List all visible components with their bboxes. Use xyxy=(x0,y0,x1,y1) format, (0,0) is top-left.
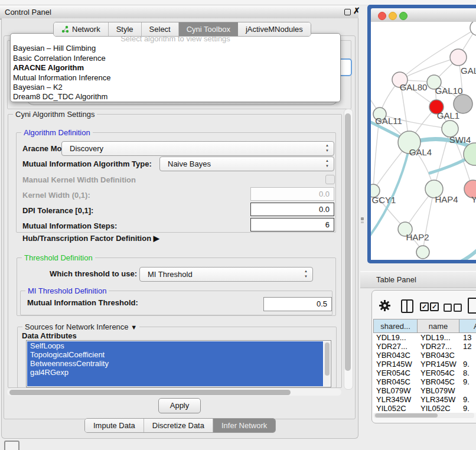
which-threshold-combo[interactable]: MI Threshold ▲▼ xyxy=(139,267,313,282)
scrollbar-thumb[interactable] xyxy=(325,343,330,376)
table-cell: YPR145W xyxy=(376,360,412,369)
table-cell: YDL19... xyxy=(420,333,451,342)
float-window-icon[interactable] xyxy=(344,9,351,15)
screen: Control Panel ✗ Network Style Select Cyn… xyxy=(0,0,476,450)
settings-hscrollbar-thumb[interactable] xyxy=(9,390,291,395)
data-attribute-option[interactable]: BetweennessCentrality xyxy=(27,359,323,368)
network-edge[interactable] xyxy=(400,57,458,80)
tab-style[interactable]: Style xyxy=(109,22,142,36)
table-row[interactable]: YER054CYER054C8. xyxy=(373,369,476,377)
mi-steps-label: Mutual Information Steps: xyxy=(22,221,117,230)
tab-cyni-toolbox[interactable]: Cyni Toolbox xyxy=(179,22,238,36)
network-node-top-arc[interactable] xyxy=(470,22,476,35)
tab-select[interactable]: Select xyxy=(142,22,179,36)
mac-close-icon[interactable] xyxy=(378,12,386,20)
kernel-width-field[interactable]: 0.0 xyxy=(250,187,334,201)
data-attribute-option[interactable]: gal4RGexp xyxy=(27,368,323,377)
algorithm-option[interactable]: Basic Correlation Inference xyxy=(11,54,340,63)
control-panel-tabbar: Network Style Select Cyni Toolbox jActiv… xyxy=(53,22,311,37)
threshold-definition-title: Threshold Definition xyxy=(22,253,95,262)
unchecked-checkbox-icon[interactable] xyxy=(454,304,462,312)
table-hscrollbar-thumb[interactable] xyxy=(375,413,438,418)
algorithm-option[interactable]: Mutual Information Inference xyxy=(11,73,340,83)
network-node-bottom-green[interactable] xyxy=(416,246,429,259)
network-edge[interactable] xyxy=(423,189,434,252)
network-edge-selected[interactable] xyxy=(389,247,476,260)
tab-impute-data[interactable]: Impute Data xyxy=(85,419,144,432)
aracne-mode-combo[interactable]: Discovery ▲▼ xyxy=(61,141,334,156)
checked-checkbox-icon[interactable]: ✓ xyxy=(420,302,429,311)
data-attribute-option[interactable]: TopologicalCoefficient xyxy=(27,350,323,359)
selected-attributes: SelfLoopsTopologicalCoefficientBetweenne… xyxy=(27,341,323,386)
manual-kernel-label: Manual Kernel Width Definition xyxy=(22,175,136,184)
collapse-down-icon: ▼ xyxy=(131,324,137,331)
divider-grip[interactable] xyxy=(361,221,364,223)
table-cell: YBL079W xyxy=(420,386,455,395)
mi-steps-field[interactable]: 6 xyxy=(250,218,334,231)
table-row[interactable]: YDL19...YDL19...13 xyxy=(373,333,476,342)
table-cell: YBR043C xyxy=(376,351,410,360)
which-threshold-label: Which threshold to use: xyxy=(50,269,137,278)
network-canvas[interactable]: GALGAL80GAL10GAL1GAL11SWI4GAL4GCY1HAP4YH… xyxy=(371,22,476,260)
unchecked-checkbox-icon[interactable] xyxy=(444,304,452,312)
table-cell: YBL079W xyxy=(376,386,411,395)
attributes-scrollbar[interactable] xyxy=(324,341,330,386)
tab-jactivemnodules[interactable]: jActiveMNodules xyxy=(238,22,311,36)
network-node-label: HAP4 xyxy=(435,194,458,204)
document-icon[interactable] xyxy=(468,298,476,314)
divider-grip[interactable] xyxy=(361,217,364,220)
column-header-clipped[interactable]: A xyxy=(459,319,476,333)
table-cell: YLR345W xyxy=(376,395,411,404)
close-icon[interactable]: ✗ xyxy=(353,6,360,15)
data-attribute-option[interactable]: SelfLoops xyxy=(27,341,323,350)
mi-threshold-title: MI Threshold Definition xyxy=(25,286,109,295)
expand-right-icon: ▶ xyxy=(154,234,159,243)
mi-threshold-label: Mutual Information Threshold: xyxy=(27,298,138,307)
data-attributes-label: Data Attributes xyxy=(22,331,77,340)
table-cell: 12 xyxy=(463,342,471,351)
algorithm-dropdown-popup: Select algorithm to view settings Bayesi… xyxy=(10,33,341,102)
control-panel-title: Control Panel xyxy=(5,8,51,17)
table-row[interactable]: YBR043CYBR043C xyxy=(373,351,476,360)
mi-threshold-field[interactable]: 0.5 xyxy=(263,297,332,311)
table-row[interactable]: YIL052CYIL052C9. xyxy=(373,404,476,413)
table-row[interactable]: YDR27...YDR27...12 xyxy=(373,342,476,351)
network-node-pink-upper[interactable] xyxy=(450,49,467,66)
mac-zoom-icon[interactable] xyxy=(399,12,407,20)
tab-network[interactable]: Network xyxy=(54,22,109,36)
manual-kernel-checkbox[interactable] xyxy=(325,175,335,184)
dock-panel-icon[interactable] xyxy=(4,441,19,450)
checked-checkbox-icon[interactable]: ✓ xyxy=(430,302,439,311)
hub-definition-toggle[interactable]: Hub/Transcription Factor Definition ▶ xyxy=(22,234,159,243)
sources-title[interactable]: Sources for Network Inference ▼ xyxy=(22,322,139,331)
column-header-shared[interactable]: shared... xyxy=(373,319,417,333)
network-node-label: GAL1 xyxy=(437,110,459,120)
tab-discretize-data[interactable]: Discretize Data xyxy=(144,419,213,432)
gear-icon[interactable] xyxy=(379,299,391,312)
mi-type-combo[interactable]: Naive Bayes ▲▼ xyxy=(159,156,334,171)
table-cell: YIL052C xyxy=(376,404,406,413)
table-row[interactable]: YBL079WYBL079W xyxy=(373,386,476,395)
tab-infer-network[interactable]: Infer Network xyxy=(213,419,275,432)
apply-button[interactable]: Apply xyxy=(158,398,201,413)
network-node-label: Y xyxy=(471,194,476,204)
table-cell: YER054C xyxy=(420,369,455,377)
network-node-label: GCY1 xyxy=(372,195,396,205)
mac-minimize-icon[interactable] xyxy=(389,12,397,20)
algorithm-option[interactable]: ARACNE Algorithm xyxy=(11,63,340,73)
table-cell: 9. xyxy=(463,360,470,369)
table-cell: YDR27... xyxy=(420,342,452,351)
table-row[interactable]: YBR045CYBR045C9. xyxy=(373,377,476,386)
algorithm-option[interactable]: Dream8 DC_TDC Algorithm xyxy=(11,92,340,102)
algorithm-option[interactable]: Bayesian – Hill Climbing xyxy=(11,44,340,53)
algorithm-option[interactable]: Bayesian – K2 xyxy=(11,83,340,92)
column-header-name[interactable]: name xyxy=(417,319,459,333)
table-panel-title: Table Panel xyxy=(376,275,416,284)
table-row[interactable]: YLR345WYLR345W9. xyxy=(373,395,476,404)
settings-vscrollbar-thumb[interactable] xyxy=(345,113,351,371)
table-row[interactable]: YPR145WYPR145W9. xyxy=(373,360,476,369)
columns-icon[interactable] xyxy=(401,299,413,313)
stepper-icon: ▲▼ xyxy=(325,158,329,169)
dpi-tolerance-field[interactable]: 0.0 xyxy=(250,203,334,216)
dpi-tolerance-label: DPI Tolerance [0,1]: xyxy=(22,206,93,215)
